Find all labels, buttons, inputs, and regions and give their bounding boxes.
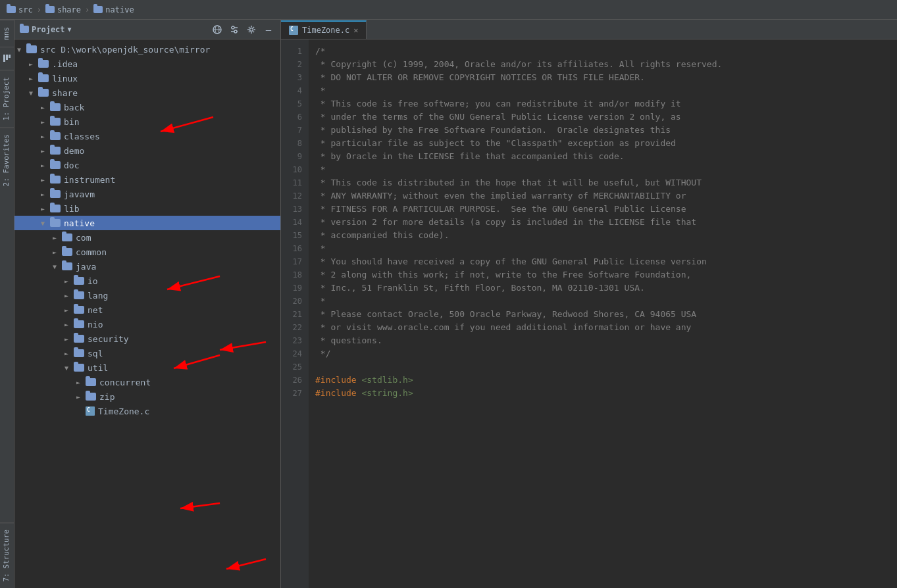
tree-item-idea[interactable]: ► .idea: [14, 57, 280, 71]
code-line-2: * Copyright (c) 1999, 2004, Oracle and/o…: [315, 58, 897, 71]
line-num-6: 6: [286, 110, 302, 124]
line-num-3: 3: [286, 71, 302, 84]
javavm-icon: [50, 190, 61, 198]
code-area[interactable]: 1 2 3 4 5 6 7 8 9 10 11 12 13 14 15 16 1: [281, 39, 897, 588]
code-line-1: /*: [315, 45, 897, 58]
tree-item-timezone[interactable]: ► TimeZone.c: [14, 404, 280, 418]
line-num-5: 5: [286, 97, 302, 110]
tree-item-native[interactable]: ▼ native: [14, 216, 280, 230]
minimize-icon[interactable]: —: [262, 23, 275, 36]
tree-item-doc[interactable]: ► doc: [14, 158, 280, 172]
code-line-3: * DO NOT ALTER OR REMOVE COPYRIGHT NOTIC…: [315, 71, 897, 84]
tree-item-util[interactable]: ▼ util: [14, 360, 280, 375]
code-line-14: * version 2 for more details (a copy is …: [315, 216, 897, 229]
line-num-4: 4: [286, 84, 302, 97]
svg-point-17: [250, 28, 253, 31]
common-label: common: [76, 247, 107, 257]
line-num-2: 2: [286, 58, 302, 71]
tree-item-concurrent[interactable]: ► concurrent: [14, 375, 280, 389]
tree-item-javavm[interactable]: ► javavm: [14, 187, 280, 201]
sidebar-item-project[interactable]: 1: Project: [0, 70, 14, 127]
breadcrumb-sep-1: ›: [37, 5, 41, 14]
line-num-24: 24: [286, 347, 302, 360]
svg-point-15: [232, 26, 234, 29]
svg-point-16: [234, 30, 237, 33]
tree-item-lang[interactable]: ► lang: [14, 288, 280, 303]
panel-header: Project ▼: [14, 20, 280, 39]
code-line-26: #include <stdlib.h>: [315, 374, 897, 387]
breadcrumb-item-native[interactable]: native: [93, 5, 134, 14]
tab-close-button[interactable]: ✕: [353, 26, 358, 35]
idea-label: .idea: [52, 59, 78, 69]
code-line-19: * Inc., 51 Franklin St, Fifth Floor, Bos…: [315, 282, 897, 295]
tree-item-common[interactable]: ► common: [14, 245, 280, 259]
back-icon: [50, 103, 61, 111]
tree-item-io[interactable]: ► io: [14, 274, 280, 288]
net-icon: [74, 306, 84, 314]
tree-item-share[interactable]: ▼ share: [14, 86, 280, 100]
native-label: native: [64, 218, 95, 228]
breadcrumb-item-share[interactable]: share: [45, 5, 81, 14]
classes-label: classes: [64, 132, 100, 141]
file-tree: ▼ src D:\work\openjdk_source\mirror ► .i…: [14, 39, 280, 588]
net-label: net: [88, 305, 103, 315]
linux-icon: [38, 74, 49, 82]
src-icon: [26, 45, 37, 53]
sliders-icon[interactable]: [228, 23, 241, 36]
tree-item-back[interactable]: ► back: [14, 100, 280, 114]
zip-label: zip: [99, 392, 115, 402]
classes-icon: [50, 132, 61, 140]
concurrent-icon: [86, 378, 96, 386]
chevron-down-icon[interactable]: ▼: [68, 26, 72, 33]
arrow-javavm: ►: [41, 191, 50, 198]
tree-item-net[interactable]: ► net: [14, 303, 280, 317]
tree-item-classes[interactable]: ► classes: [14, 129, 280, 143]
arrow-nio: ►: [64, 321, 74, 328]
tree-item-demo[interactable]: ► demo: [14, 143, 280, 158]
sidebar-chart-icon[interactable]: [0, 47, 14, 70]
arrow-timezone: ►: [76, 408, 86, 415]
tree-item-lib[interactable]: ► lib: [14, 201, 280, 216]
arrow-lib: ►: [41, 205, 50, 212]
tree-item-src[interactable]: ▼ src D:\work\openjdk_source\mirror: [14, 42, 280, 57]
sidebar-item-structure[interactable]: 7: Structure: [0, 522, 14, 588]
tab-bar: TimeZone.c ✕: [281, 20, 897, 39]
linux-label: linux: [52, 74, 78, 84]
timezone-file-icon: [86, 406, 95, 416]
line-num-15: 15: [286, 229, 302, 242]
common-icon: [62, 248, 72, 256]
arrow-bin: ►: [41, 118, 50, 126]
tree-item-instrument[interactable]: ► instrument: [14, 172, 280, 187]
bin-label: bin: [64, 117, 79, 127]
line-num-17: 17: [286, 255, 302, 268]
lib-icon: [50, 205, 61, 212]
line-num-11: 11: [286, 176, 302, 189]
src-label: src D:\work\openjdk_source\mirror: [40, 45, 210, 55]
tree-item-linux[interactable]: ► linux: [14, 71, 280, 86]
tree-item-com[interactable]: ► com: [14, 230, 280, 245]
sidebar-item-favorites[interactable]: 2: Favorites: [0, 127, 14, 193]
gear-icon[interactable]: [245, 23, 258, 36]
tree-item-bin[interactable]: ► bin: [14, 114, 280, 129]
globe-icon[interactable]: [211, 23, 224, 36]
arrow-net: ►: [64, 306, 74, 314]
arrow-io: ►: [64, 278, 74, 285]
tree-item-sql[interactable]: ► sql: [14, 346, 280, 360]
code-line-27: #include <string.h>: [315, 387, 897, 400]
tree-item-security[interactable]: ► security: [14, 331, 280, 346]
breadcrumb-share-label: share: [57, 5, 81, 14]
lang-label: lang: [88, 291, 108, 301]
tree-item-nio[interactable]: ► nio: [14, 317, 280, 331]
nio-label: nio: [88, 320, 103, 330]
sidebar-mns[interactable]: mns: [0, 20, 14, 47]
code-line-25: [315, 360, 897, 374]
line-num-14: 14: [286, 216, 302, 229]
breadcrumb-item-src[interactable]: src: [7, 5, 33, 14]
editor-tab-timezone[interactable]: TimeZone.c ✕: [281, 20, 367, 39]
line-num-8: 8: [286, 137, 302, 150]
tree-item-java[interactable]: ▼ java: [14, 259, 280, 274]
arrow-com: ►: [53, 234, 62, 241]
tree-item-zip[interactable]: ► zip: [14, 389, 280, 404]
panel-title: Project ▼: [20, 25, 72, 34]
code-line-12: * ANY WARRANTY; without even the implied…: [315, 189, 897, 203]
